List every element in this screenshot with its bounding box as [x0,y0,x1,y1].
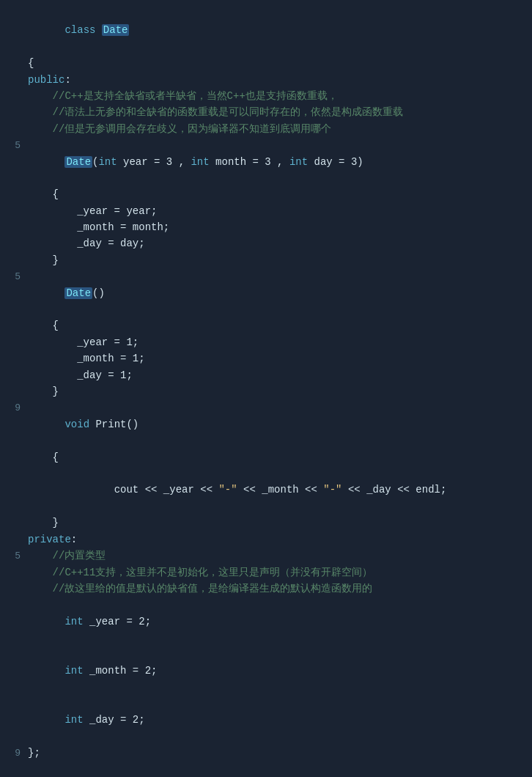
code-line: { [0,449,532,465]
code-line: //C++11支持，这里并不是初始化，这里只是声明（并没有开辟空间） [0,564,532,581]
line-number: 5 [6,139,21,154]
code-content: _month = month; [28,219,526,235]
code-content: }; [28,745,526,761]
code-line: { [0,55,532,71]
code-content: //故这里给的值是默认的缺省值，是给编译器生成的默认构造函数用的 [28,581,526,597]
code-line: //C++是支持全缺省或者半缺省，当然C++也是支持函数重载， [0,88,532,104]
code-content: void Print() [28,399,526,449]
code-line: 5 Date(int year = 3 , int month = 3 , in… [0,137,532,186]
line-number: 9 [6,401,21,416]
code-content: public: [28,72,526,88]
code-content: { [28,317,526,334]
code-content: //内置类型 [28,548,526,564]
code-line: int _month = 2; [0,647,532,696]
code-line: _year = year; [0,203,532,219]
code-content: } [28,383,526,399]
code-line: _year = 1; [0,334,532,350]
code-content: //C++11支持，这里并不是初始化，这里只是声明（并没有开辟空间） [28,564,526,581]
code-line: } [0,383,532,399]
code-content: class Date [28,6,526,55]
code-line: //故这里给的值是默认的缺省值，是给编译器生成的默认构造函数用的 [0,581,532,597]
code-content: _day = day; [28,235,526,251]
line-number: 5 [6,270,21,285]
code-line: //但是无参调用会存在歧义，因为编译器不知道到底调用哪个 [0,121,532,137]
code-line: //语法上无参的和全缺省的函数重载是可以同时存在的，依然是构成函数重载 [0,104,532,120]
code-line: 5 Date() [0,268,532,317]
code-content: { [28,55,526,71]
code-line: 9 }; [0,745,532,762]
code-line: cout << _year << "-" << _month << "-" <<… [0,465,532,515]
code-content: cout << _year << "-" << _month << "-" <<… [28,465,526,515]
code-content: int _month = 2; [28,647,526,696]
code-line: _day = day; [0,235,532,251]
code-content: //语法上无参的和全缺省的函数重载是可以同时存在的，依然是构成函数重载 [28,104,526,120]
code-content: int _day = 2; [28,696,526,745]
code-content: { [28,186,526,202]
code-line: _month = 1; [0,350,532,367]
code-content: int _year = 2; [28,597,526,646]
code-content: private: [28,531,526,548]
code-content: _day = 1; [28,367,526,383]
line-number: 9 [6,746,21,762]
code-editor: class Date { public: //C++是支持全缺省或者半缺省，当然… [0,0,532,777]
code-line: 9 void Print() [0,399,532,449]
code-line: _month = month; [0,219,532,235]
code-line: int main() [0,762,532,777]
code-line: _day = 1; [0,367,532,383]
code-content: } [28,515,526,531]
code-content: int main() [28,762,526,777]
code-line: private: [0,531,532,548]
code-content: //但是无参调用会存在歧义，因为编译器不知道到底调用哪个 [28,121,526,137]
code-line: class Date [0,6,532,55]
code-content: _year = year; [28,203,526,219]
code-content: Date(int year = 3 , int month = 3 , int … [28,137,526,186]
code-line: } [0,515,532,531]
code-content: _month = 1; [28,350,526,367]
code-content: { [28,449,526,465]
code-content: //C++是支持全缺省或者半缺省，当然C++也是支持函数重载， [28,88,526,104]
code-line: { [0,317,532,334]
code-line: int _day = 2; [0,696,532,745]
code-line: public: [0,72,532,88]
code-line: int _year = 2; [0,597,532,646]
code-content: _year = 1; [28,334,526,350]
code-line: 5 //内置类型 [0,548,532,564]
code-content: } [28,252,526,268]
code-content: Date() [28,268,526,317]
code-line: } [0,252,532,268]
line-number: 5 [6,549,21,564]
code-line: { [0,186,532,202]
